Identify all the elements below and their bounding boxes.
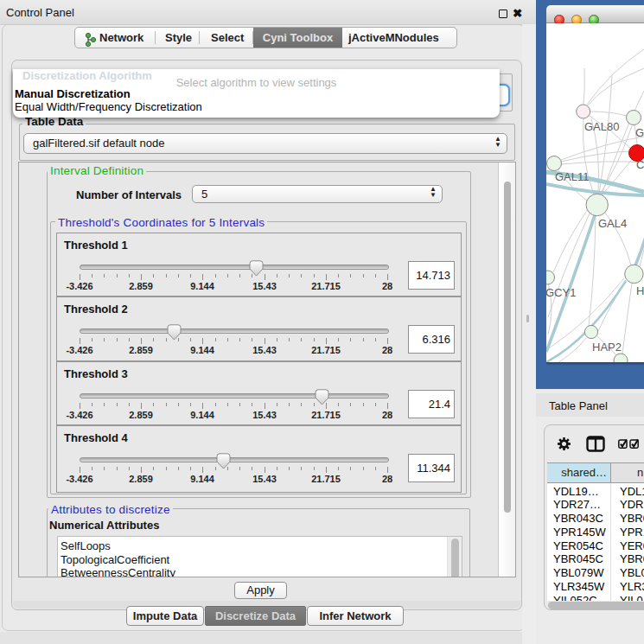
svg-text:GAL11: GAL11: [555, 170, 590, 183]
svg-text:C: C: [636, 158, 644, 171]
svg-text:GAL4: GAL4: [598, 217, 627, 230]
svg-text:H: H: [636, 284, 644, 297]
svg-text:GCY1: GCY1: [546, 286, 576, 299]
svg-text:GAL80: GAL80: [584, 120, 619, 133]
svg-text:HAP2: HAP2: [592, 341, 622, 354]
svg-text:G: G: [635, 126, 644, 139]
